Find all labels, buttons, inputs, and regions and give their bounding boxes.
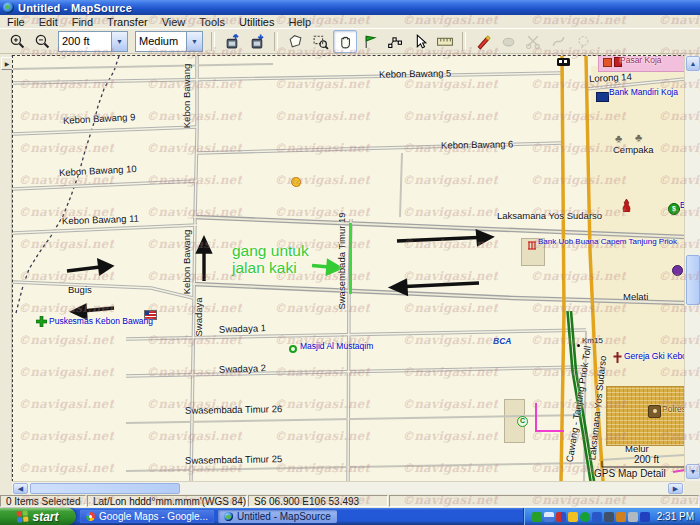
hand-pan-tool-button[interactable] <box>333 30 357 53</box>
tray-icon[interactable] <box>616 512 626 522</box>
start-button[interactable]: start <box>0 508 76 525</box>
zoom-scale-combobox[interactable]: 200 ft ▼ <box>58 31 128 52</box>
poi-label: Puskesmas Kebon Bawang <box>49 317 153 326</box>
task-label: Google Maps - Google... <box>99 511 208 522</box>
market-poi-icon <box>603 58 612 67</box>
track-draw-tool-button[interactable] <box>471 30 495 53</box>
send-to-device-button[interactable] <box>220 30 244 53</box>
horizontal-scrollbar[interactable]: ◀ ▶ <box>12 481 684 494</box>
purple-poi-icon <box>672 265 683 276</box>
flag-icon <box>362 33 379 50</box>
system-tray: 2:31 PM <box>523 508 700 525</box>
tray-icon[interactable] <box>592 512 602 522</box>
mapsource-app-icon <box>3 2 14 13</box>
toolbar-separator <box>462 32 466 51</box>
windows-logo-icon <box>17 510 29 522</box>
tray-icon[interactable] <box>556 512 566 522</box>
masjid-icon <box>289 345 297 353</box>
browser-icon <box>86 512 95 521</box>
vertical-scrollbar[interactable]: ▲ ▼ <box>684 55 700 481</box>
vertical-scroll-thumb[interactable] <box>686 255 700 305</box>
measure-tool-button[interactable] <box>433 30 457 53</box>
street-label: Swasembada Timur 25 <box>185 454 282 466</box>
scroll-down-button[interactable]: ▼ <box>686 464 700 479</box>
menu-find[interactable]: Find <box>65 16 100 28</box>
scroll-up-button[interactable]: ▲ <box>686 56 700 71</box>
puskesmas-cross-icon <box>36 316 47 327</box>
hand-icon <box>337 33 354 50</box>
street-label: Laksamana Yos Sudarso <box>497 211 602 221</box>
waypoint-tool-button[interactable] <box>358 30 382 53</box>
poi-label: Masjid Al Mustaqim <box>300 342 373 351</box>
taskbar-clock: 2:31 PM <box>657 511 694 522</box>
tray-icon[interactable] <box>568 512 578 522</box>
green-c-poi-icon: C <box>517 416 528 427</box>
taskbar-task-google-maps[interactable]: Google Maps - Google... <box>80 510 214 523</box>
menu-bar: File Edit Find Transfer View Tools Utili… <box>0 15 700 28</box>
tray-icon[interactable] <box>604 512 614 522</box>
toolbar-separator <box>211 32 215 51</box>
zoom-out-button[interactable] <box>30 30 54 53</box>
street-label: Swadaya 1 <box>219 323 266 335</box>
tree-icon: ♣ <box>615 132 622 144</box>
zoom-tool-button[interactable] <box>308 30 332 53</box>
chevron-down-icon[interactable]: ▼ <box>186 32 202 51</box>
taskbar-task-mapsource[interactable]: Untitled - MapSource <box>218 510 337 523</box>
tray-icon[interactable] <box>580 512 590 522</box>
street-label: Swadaya 2 <box>219 363 266 375</box>
zoom-scale-value: 200 ft <box>59 35 111 47</box>
curve-tool-button[interactable] <box>546 30 570 53</box>
detail-level-combobox[interactable]: Medium ▼ <box>135 31 203 52</box>
menu-view[interactable]: View <box>155 16 193 28</box>
filter-tool-button[interactable] <box>571 30 595 53</box>
poi-label: Gereja Gki Kebon <box>624 352 686 361</box>
annotation-line: gang untuk <box>232 242 309 259</box>
map-select-tool-button[interactable] <box>283 30 307 53</box>
bank-uob-icon <box>527 240 537 250</box>
curve-icon <box>550 33 567 50</box>
scissors-icon <box>525 33 542 50</box>
map-canvas[interactable]: $ C ♣ ♣ Kebon Bawang 5 Lorong 14 Kebon B… <box>12 55 686 482</box>
title-bar[interactable]: Untitled - MapSource <box>0 0 700 15</box>
chevron-down-icon[interactable]: ▼ <box>111 32 127 51</box>
selection-status: 0 Items Selected <box>0 495 86 507</box>
menu-utilities[interactable]: Utilities <box>232 16 281 28</box>
horizontal-scroll-thumb[interactable] <box>30 483 180 494</box>
toolbar-separator <box>274 32 278 51</box>
taskbar: start Google Maps - Google... Untitled -… <box>0 508 700 525</box>
menu-tools[interactable]: Tools <box>192 16 232 28</box>
track-erase-tool-button[interactable] <box>496 30 520 53</box>
tree-icon: ♣ <box>635 131 642 143</box>
selection-tool-button[interactable] <box>408 30 432 53</box>
tray-icon[interactable] <box>544 512 554 522</box>
tray-icon[interactable] <box>532 512 542 522</box>
street-label: Kebon Bawang 5 <box>379 68 452 80</box>
receive-from-device-button[interactable] <box>245 30 269 53</box>
polres-icon <box>648 405 661 418</box>
sidebar-splitter[interactable]: ▶ <box>0 55 12 481</box>
menu-transfer[interactable]: Transfer <box>100 16 155 28</box>
position-format-status: Lat/Lon hddd°mm.mmm'(WGS 84) <box>87 495 247 507</box>
scroll-left-button[interactable]: ◀ <box>13 483 28 494</box>
mapsource-app-icon <box>224 512 233 521</box>
crayon-icon <box>475 33 492 50</box>
track-split-tool-button[interactable] <box>521 30 545 53</box>
church-cross-icon <box>613 352 622 363</box>
menu-help[interactable]: Help <box>281 16 318 28</box>
tray-icon[interactable] <box>640 512 650 522</box>
street-label: Lorong 14 <box>589 72 632 85</box>
tray-icon[interactable] <box>628 512 638 522</box>
monument-icon <box>622 199 631 212</box>
ruler-icon <box>436 33 454 50</box>
street-label: Bugis <box>68 285 92 295</box>
zoom-in-button[interactable] <box>5 30 29 53</box>
poi-label: Polres J <box>662 405 686 414</box>
status-bar: 0 Items Selected Lat/Lon hddd°mm.mmm'(WG… <box>0 494 700 508</box>
zoom-in-icon <box>9 33 26 50</box>
scroll-right-button[interactable]: ▶ <box>668 483 683 494</box>
zoom-tool-icon <box>312 33 329 50</box>
route-tool-icon <box>387 33 404 50</box>
route-tool-button[interactable] <box>383 30 407 53</box>
menu-edit[interactable]: Edit <box>32 16 65 28</box>
menu-file[interactable]: File <box>0 16 32 28</box>
